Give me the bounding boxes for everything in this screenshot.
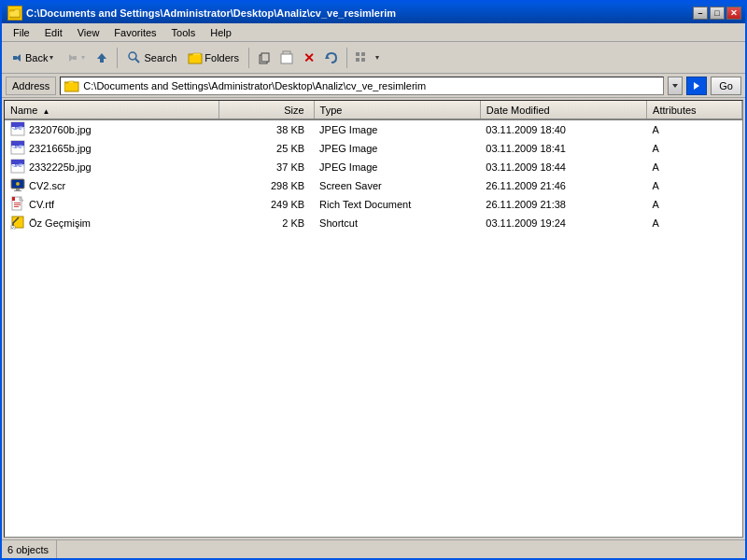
folders-icon bbox=[188, 50, 203, 65]
file-size: 37 KB bbox=[218, 158, 314, 176]
file-attributes: A bbox=[647, 139, 742, 158]
file-name: CV.rtf bbox=[5, 195, 218, 214]
file-type: Rich Text Document bbox=[314, 195, 480, 214]
file-size: 298 KB bbox=[218, 176, 314, 195]
table-row[interactable]: CV.rtf 249 KB Rich Text Document 26.11.2… bbox=[5, 195, 742, 214]
address-bar: Address C:\Documents and Settings\Admini… bbox=[2, 74, 745, 98]
undo-icon bbox=[324, 50, 339, 65]
svg-point-39 bbox=[16, 182, 20, 186]
back-button[interactable]: Back bbox=[6, 46, 60, 70]
col-header-attributes[interactable]: Attributes bbox=[647, 101, 742, 119]
separator-2 bbox=[248, 48, 249, 68]
file-name: Öz Geçmişim bbox=[5, 214, 218, 232]
file-icon-shortcut bbox=[10, 215, 25, 231]
table-row[interactable]: JPG 2320760b.jpg 38 KB JPEG Image 03.11.… bbox=[5, 119, 742, 139]
menu-file[interactable]: File bbox=[6, 25, 37, 40]
svg-marker-4 bbox=[49, 56, 53, 60]
file-date: 03.11.2009 18:44 bbox=[480, 158, 646, 176]
file-type: Screen Saver bbox=[314, 176, 480, 195]
file-icon-jpeg: JPG bbox=[10, 159, 25, 175]
delete-button[interactable]: ✕ bbox=[299, 46, 319, 70]
address-folder-icon bbox=[64, 79, 79, 92]
table-row[interactable]: JPG 2321665b.jpg 25 KB JPEG Image 03.11.… bbox=[5, 139, 742, 158]
svg-point-10 bbox=[129, 52, 136, 60]
menu-tools[interactable]: Tools bbox=[164, 25, 204, 40]
file-attributes: A bbox=[647, 158, 742, 176]
file-date: 26.11.2009 21:38 bbox=[480, 195, 646, 214]
file-size: 25 KB bbox=[218, 139, 314, 158]
file-list[interactable]: Name ▲ Size Type Date Modified bbox=[4, 100, 743, 538]
svg-rect-6 bbox=[73, 56, 77, 60]
address-input-container[interactable]: C:\Documents and Settings\Administrator\… bbox=[60, 77, 664, 95]
file-icon-jpeg: JPG bbox=[10, 140, 25, 157]
paste-icon bbox=[279, 50, 294, 65]
table-row[interactable]: JPG 2332225b.jpg 37 KB JPEG Image 03.11.… bbox=[5, 158, 742, 176]
svg-rect-42 bbox=[14, 204, 21, 205]
views-dropdown-icon bbox=[374, 50, 381, 65]
svg-rect-43 bbox=[14, 206, 19, 207]
copy-icon bbox=[257, 50, 272, 65]
svg-rect-3 bbox=[13, 56, 17, 60]
back-icon bbox=[10, 50, 25, 65]
svg-rect-12 bbox=[189, 54, 202, 63]
search-button[interactable]: Search bbox=[122, 46, 181, 70]
menu-view[interactable]: View bbox=[70, 25, 107, 40]
folders-button[interactable]: Folders bbox=[183, 46, 244, 70]
file-attributes: A bbox=[647, 214, 742, 232]
svg-rect-23 bbox=[64, 82, 78, 91]
col-header-name[interactable]: Name ▲ bbox=[5, 101, 218, 119]
col-header-type[interactable]: Type bbox=[314, 101, 480, 119]
col-header-date[interactable]: Date Modified bbox=[480, 101, 646, 119]
title-bar-left: C:\Documents and Settings\Administrator\… bbox=[7, 6, 396, 21]
explorer-window: C:\Documents and Settings\Administrator\… bbox=[0, 0, 747, 560]
menu-favorites[interactable]: Favorites bbox=[106, 25, 163, 40]
file-icon-scr bbox=[10, 177, 25, 194]
svg-line-11 bbox=[135, 59, 139, 63]
copy-button[interactable] bbox=[254, 46, 275, 70]
status-count: 6 objects bbox=[7, 540, 57, 558]
toolbar: Back bbox=[2, 42, 745, 74]
file-type: JPEG Image bbox=[314, 139, 480, 158]
file-name: JPG 2320760b.jpg bbox=[5, 119, 218, 139]
svg-rect-20 bbox=[356, 58, 359, 62]
title-bar: C:\Documents and Settings\Administrator\… bbox=[2, 3, 745, 23]
title-bar-buttons: – □ ✕ bbox=[693, 7, 741, 20]
address-path: C:\Documents and Settings\Administrator\… bbox=[83, 80, 659, 91]
status-bar: 6 objects bbox=[2, 539, 745, 558]
go-button[interactable]: Go bbox=[711, 77, 741, 95]
views-button[interactable] bbox=[352, 46, 384, 70]
svg-marker-22 bbox=[375, 56, 379, 60]
forward-dropdown-icon bbox=[79, 50, 87, 65]
up-icon bbox=[94, 50, 109, 65]
svg-rect-38 bbox=[14, 190, 21, 191]
file-date: 03.11.2009 19:24 bbox=[480, 214, 646, 232]
file-attributes: A bbox=[647, 195, 742, 214]
up-button[interactable] bbox=[92, 46, 112, 70]
address-dropdown[interactable] bbox=[668, 77, 683, 95]
sort-arrow-icon: ▲ bbox=[42, 107, 49, 116]
file-attributes: A bbox=[647, 119, 742, 139]
go-arrow-icon bbox=[691, 80, 702, 91]
dropdown-arrow-icon bbox=[670, 81, 680, 91]
maximize-button[interactable]: □ bbox=[710, 7, 725, 20]
svg-rect-37 bbox=[16, 189, 20, 190]
svg-rect-19 bbox=[361, 52, 365, 56]
forward-button[interactable] bbox=[62, 46, 90, 70]
menu-help[interactable]: Help bbox=[203, 25, 239, 40]
paste-button[interactable] bbox=[276, 46, 297, 70]
file-icon-jpeg: JPG bbox=[10, 121, 25, 138]
back-dropdown-icon bbox=[48, 50, 55, 65]
svg-rect-41 bbox=[14, 203, 21, 203]
undo-button[interactable] bbox=[321, 46, 342, 70]
close-button[interactable]: ✕ bbox=[726, 7, 741, 20]
table-row[interactable]: CV2.scr 298 KB Screen Saver 26.11.2009 2… bbox=[5, 176, 742, 195]
minimize-button[interactable]: – bbox=[693, 7, 708, 20]
address-go-arrow[interactable] bbox=[686, 77, 707, 95]
forward-icon bbox=[64, 50, 79, 65]
svg-rect-21 bbox=[361, 58, 365, 62]
col-header-size[interactable]: Size bbox=[218, 101, 314, 119]
table-row[interactable]: Öz Geçmişim 2 KB Shortcut 03.11.2009 19:… bbox=[5, 214, 742, 232]
svg-marker-25 bbox=[694, 82, 699, 90]
menu-edit[interactable]: Edit bbox=[37, 25, 70, 40]
file-size: 2 KB bbox=[218, 214, 314, 232]
